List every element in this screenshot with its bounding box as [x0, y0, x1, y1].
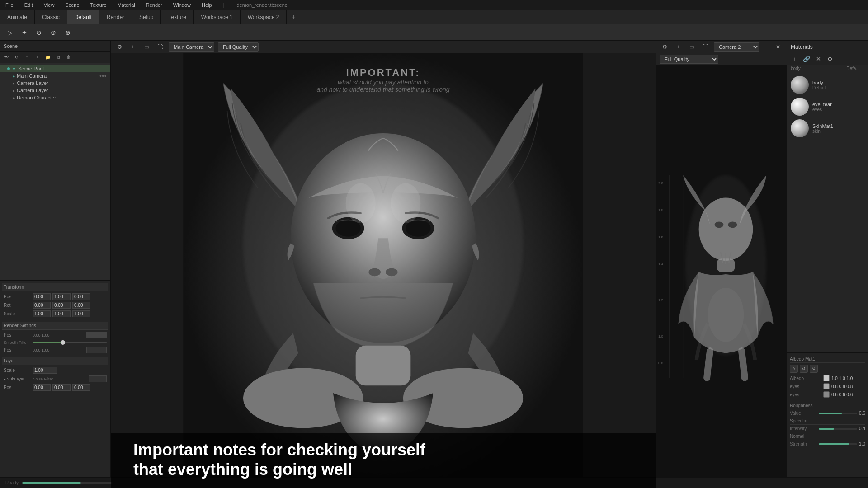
cam2-maximize-btn[interactable]: ▭ — [687, 42, 697, 52]
mat-settings-btn[interactable]: ⚙ — [825, 55, 835, 64]
mat-name-body: body — [812, 80, 864, 85]
mat-prop-btn3[interactable]: ↯ — [810, 365, 818, 373]
svg-point-13 — [391, 183, 420, 223]
tool-rotate[interactable]: ⊙ — [33, 26, 45, 39]
tab-workspace2[interactable]: Workspace 2 — [241, 10, 287, 24]
tool-select[interactable]: ▷ — [4, 26, 16, 39]
camera-select[interactable]: Main Camera Camera 2 — [169, 42, 214, 52]
quality-select[interactable]: Full Quality Preview Draft — [218, 42, 259, 52]
prop-extra-x[interactable] — [33, 384, 51, 391]
scene-folder-btn[interactable]: 📁 — [43, 53, 52, 62]
scene-eye-btn[interactable]: 👁 — [2, 53, 11, 62]
cam2-settings-btn[interactable]: ⚙ — [660, 42, 670, 52]
progress-bar — [22, 482, 113, 484]
viewport-fullscreen-btn[interactable]: ⛶ — [155, 42, 165, 52]
mat-link-btn[interactable]: 🔗 — [802, 55, 811, 64]
smooth-slider[interactable] — [33, 342, 107, 343]
camera2-select[interactable]: Camera 2 Main Camera — [714, 42, 760, 52]
cam2-add-btn[interactable]: + — [673, 42, 683, 52]
cam2-close-btn[interactable]: ✕ — [773, 42, 783, 52]
demon-svg — [111, 53, 656, 488]
prop-pos-z[interactable] — [72, 293, 90, 300]
tab-setup[interactable]: Setup — [132, 10, 161, 24]
tab-texture[interactable]: Texture — [161, 10, 193, 24]
tab-default[interactable]: Default — [67, 10, 99, 24]
scene-add-btn[interactable]: + — [33, 53, 42, 62]
menu-texture[interactable]: Texture — [89, 1, 108, 9]
tool-special[interactable]: ⊛ — [61, 26, 74, 39]
tree-item-demon[interactable]: ▸ Demon Character — [0, 94, 110, 101]
tab-classic[interactable]: Classic — [35, 10, 67, 24]
prop-scale-z[interactable] — [72, 310, 90, 317]
prop-extra-z[interactable] — [72, 384, 90, 391]
scene-delete-btn[interactable]: 🗑 — [64, 53, 73, 62]
scene-copy-btn[interactable]: ⧉ — [54, 53, 63, 62]
tab-workspace1[interactable]: Workspace 1 — [194, 10, 241, 24]
menu-view[interactable]: View — [42, 1, 57, 9]
tab-animate[interactable]: Animate — [0, 10, 35, 24]
prop-pos-y[interactable] — [52, 293, 71, 300]
mat-eyes-swatch1[interactable] — [823, 383, 830, 389]
tree-item-camlayer2[interactable]: ▸ Camera Layer — [0, 87, 110, 94]
prop-scale-y[interactable] — [52, 310, 71, 317]
menu-help[interactable]: Help — [200, 1, 214, 9]
camera2-quality-select[interactable]: Full Quality Preview — [660, 55, 718, 64]
svg-text:0.8: 0.8 — [658, 361, 664, 365]
mat-add-btn[interactable]: + — [790, 55, 800, 64]
menu-render[interactable]: Render — [144, 1, 164, 9]
svg-rect-9 — [356, 346, 411, 385]
menu-edit[interactable]: Edit — [23, 1, 35, 9]
menu-material[interactable]: Material — [116, 1, 137, 9]
tree-item-camlayer1[interactable]: ▸ Camera Layer — [0, 80, 110, 87]
overlay-top: IMPORTANT: what should you pay attention… — [111, 67, 656, 93]
mat-prop-icons: A ↺ ↯ — [790, 365, 865, 373]
scene-panel-header: Scene — [0, 41, 110, 52]
svg-point-12 — [346, 183, 376, 223]
menu-scene[interactable]: Scene — [63, 1, 81, 9]
prop-rot-z[interactable] — [72, 302, 90, 309]
prop-render-input[interactable] — [86, 332, 107, 338]
tree-item-maincam[interactable]: ▸ Main Camera ●●● — [0, 72, 110, 80]
prop-extra-y[interactable] — [52, 384, 71, 391]
prop-sublayer-input[interactable] — [89, 375, 107, 382]
prop-rot-x[interactable] — [33, 302, 51, 309]
add-workspace-button[interactable]: + — [287, 10, 300, 24]
mat-item-eyetear[interactable]: eye_tear eyes — [787, 96, 868, 117]
prop-layer-scale[interactable] — [33, 367, 57, 374]
mat-delete-btn[interactable]: ✕ — [813, 55, 823, 64]
menu-file[interactable]: File — [4, 1, 15, 9]
prop-row-pos2: Pos 0.00 1.00 — [2, 346, 108, 354]
mat-properties: Albedo Mat1 A ↺ ↯ Albedo 1.0 1.0 1.0 eye… — [787, 352, 868, 488]
prop-scale-x[interactable] — [33, 310, 51, 317]
tool-scale[interactable]: ⊕ — [47, 26, 60, 39]
cam2-fullscreen-btn[interactable]: ⛶ — [700, 42, 710, 52]
mat-eyes-swatch2[interactable] — [823, 391, 830, 398]
mat-prop-btn2[interactable]: ↺ — [800, 365, 808, 373]
prop-section-transform: Transform — [2, 283, 108, 291]
mat-sub-skinmat: skin — [812, 129, 864, 134]
prop-rot-y[interactable] — [52, 302, 71, 309]
prop-pos-x[interactable] — [33, 293, 51, 300]
mat-item-body[interactable]: body Default — [787, 74, 868, 96]
mat-sphere-eyetear — [791, 98, 809, 116]
viewport-settings-btn[interactable]: ⚙ — [114, 42, 124, 52]
viewport-canvas[interactable]: IMPORTANT: what should you pay attention… — [111, 53, 656, 488]
scene-tree: ▼ Scene Root ▸ Main Camera ●●● ▸ Camera … — [0, 63, 110, 280]
prop-render-input2[interactable] — [86, 347, 107, 353]
viewport-add-btn[interactable]: + — [128, 42, 138, 52]
menu-window[interactable]: Window — [171, 1, 193, 9]
tool-transform[interactable]: ✦ — [18, 26, 31, 39]
mat-albedo-swatch[interactable] — [823, 375, 830, 381]
scene-filter-btn[interactable]: ≡ — [23, 53, 32, 62]
mat-albedo-value: 1.0 1.0 1.0 — [831, 376, 853, 381]
tree-item-root[interactable]: ▼ Scene Root — [0, 65, 110, 72]
materials-title: Materials — [791, 44, 813, 50]
svg-point-25 — [699, 198, 753, 261]
scene-refresh-btn[interactable]: ↺ — [12, 53, 21, 62]
overlay-title: IMPORTANT: — [111, 67, 656, 79]
mat-item-skinmat[interactable]: SkinMat1 skin — [787, 117, 868, 139]
mat-eyes-value2: 0.6 0.6 0.6 — [831, 392, 853, 397]
mat-prop-btn1[interactable]: A — [790, 365, 798, 373]
tab-render[interactable]: Render — [99, 10, 132, 24]
viewport-maximize-btn[interactable]: ▭ — [142, 42, 151, 52]
